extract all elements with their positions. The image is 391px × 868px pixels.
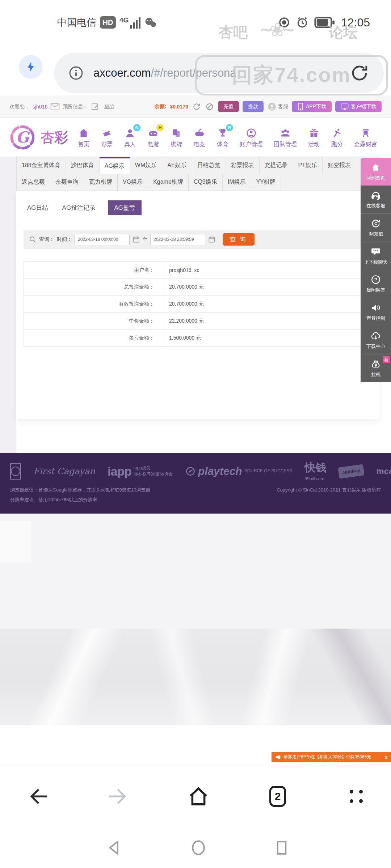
tab-ae[interactable]: AE娱乐	[162, 157, 192, 174]
tab-pt[interactable]: PT娱乐	[293, 157, 323, 174]
copyright: Copyright © SinCai 2010-2021 杏彩娱乐 版权所有	[277, 485, 381, 495]
tab-kgame[interactable]: Kgame棋牌	[148, 174, 189, 191]
footer-notes: 浏览器建议：首选为Google浏览器，其次为火狐和IE9或IE10浏览器 分辨率…	[0, 484, 391, 505]
query-submit-button[interactable]: 查 询	[223, 233, 255, 246]
svg-text:G: G	[16, 128, 30, 146]
menu-dots-icon[interactable]	[350, 790, 363, 803]
tab-switcher-button[interactable]: 2	[269, 786, 286, 807]
subtab-ag-rijie[interactable]: AG日结	[26, 200, 50, 215]
nav-item-paofen[interactable]: 跑分	[331, 127, 343, 148]
browser-home-button[interactable]	[186, 784, 211, 809]
status-bar: 中国电信 HD 4G 12:05	[0, 9, 391, 35]
back-button[interactable]	[27, 784, 51, 808]
tab-yue[interactable]: 余额查询	[50, 174, 84, 191]
tab-cq9[interactable]: CQ9娱乐	[189, 174, 223, 191]
system-home-button[interactable]	[189, 838, 208, 858]
table-row: 盈亏金额： 1,500.0000 元	[24, 330, 372, 347]
sidebar-item-download[interactable]: 下载中心	[361, 326, 391, 354]
system-recents-button[interactable]	[272, 838, 291, 858]
sidebar-item-faq[interactable]: ? 疑问解答	[361, 270, 391, 298]
playtech-logo: playtech SOURCE OF SUCCESS	[185, 465, 292, 477]
tab-caipiao[interactable]: 彩票报表	[226, 157, 260, 174]
nav-item-egames[interactable]: H 电游	[147, 127, 159, 148]
subtab-ag-touzhu[interactable]: AG投注记录	[61, 200, 97, 215]
recharge-button[interactable]: 充值	[218, 101, 239, 112]
sidebar-item-chat[interactable]: 上下级聊天	[361, 242, 391, 270]
sidebar-item-online-service[interactable]: 24 在线客服	[361, 186, 391, 214]
withdraw-button[interactable]: 提款	[243, 101, 264, 112]
tab-fandian[interactable]: 返点总额	[17, 174, 50, 191]
mail-icon[interactable]	[50, 103, 60, 111]
logout-link[interactable]: 退出	[104, 103, 114, 110]
hide-balance-icon[interactable]	[205, 102, 214, 111]
service-avatar-icon	[267, 102, 277, 111]
search-icon	[29, 235, 37, 243]
balance-value: ¥0.0170	[170, 104, 188, 110]
reload-icon[interactable]	[349, 63, 370, 84]
tab-im[interactable]: IM娱乐	[223, 174, 251, 191]
tab-wm[interactable]: WM娱乐	[130, 157, 162, 174]
calendar-icon-from[interactable]	[132, 235, 140, 243]
tab-ag-active[interactable]: AG娱乐	[100, 157, 130, 174]
system-back-button[interactable]	[105, 838, 125, 858]
nav-item-live[interactable]: N 真人	[124, 127, 136, 148]
report-card: AG日结 AG投注记录 AG盈亏 查询： 时间： 至 查 询 用户名： pros…	[16, 191, 379, 419]
url-text[interactable]: axcoer.com/#/report/persona	[93, 67, 236, 80]
nav-item-wealth[interactable]: 金鼎财富	[354, 127, 377, 148]
tab-rijie[interactable]: 日结总览	[192, 157, 226, 174]
network-indicator: 4G	[119, 16, 140, 29]
url-bar[interactable]: axcoer.com/#/report/persona	[54, 53, 384, 93]
headset-24-icon: 24	[370, 190, 381, 201]
site-footer: First Cagayan iapp iapp成员隐私权专家国际协会 playt…	[0, 453, 391, 514]
joinpay-logo: JoinPay	[338, 464, 365, 478]
report-tabs-row2: 返点总额 余额查询 瓦力棋牌 VG娱乐 Kgame棋牌 CQ9娱乐 IM娱乐 Y…	[16, 174, 379, 191]
tab-zhangbian[interactable]: 账变报表	[323, 157, 356, 174]
row-value: 22,200.0000 元	[163, 313, 372, 329]
page-info-icon[interactable]	[68, 65, 84, 81]
sidebar-item-back-home[interactable]: 回到首页	[361, 158, 391, 186]
edit-icon[interactable]	[91, 102, 100, 111]
row-label: 总投注金额：	[24, 279, 163, 295]
nav-item-promotions[interactable]: 活动	[308, 127, 320, 148]
forward-button[interactable]	[105, 784, 129, 808]
person-icon: N	[124, 127, 136, 139]
phone-icon	[297, 103, 304, 111]
row-label: 有效投注金额：	[24, 296, 163, 312]
date-to-input[interactable]	[150, 234, 205, 245]
time-label: 时间：	[57, 236, 72, 243]
site-logo[interactable]: G 杏彩	[7, 122, 68, 153]
tab-yy[interactable]: YY棋牌	[251, 174, 281, 191]
nav-item-lottery[interactable]: 彩票	[101, 127, 113, 148]
sidebar-item-im-recharge[interactable]: C IM充值	[361, 214, 391, 242]
quick-access-button[interactable]	[19, 55, 43, 79]
customer-service-link[interactable]: 客服	[267, 102, 288, 111]
date-from-input[interactable]	[75, 234, 130, 245]
tab-shaba[interactable]: 沙巴体育	[66, 157, 100, 174]
nav-item-account[interactable]: 账户管理	[240, 127, 263, 148]
tab-wali[interactable]: 瓦力棋牌	[84, 174, 118, 191]
notification-text: 恭喜用户6***b在【加拿大30秒】中奖35365元	[283, 754, 381, 760]
table-row: 用户名： prosjh016_xc	[24, 262, 372, 279]
nav-item-team[interactable]: 团队管理	[274, 127, 297, 148]
subtab-ag-yingkui-active[interactable]: AG盈亏	[108, 200, 142, 215]
sidebar-item-guaji[interactable]: 新 ¥ 挂机	[361, 354, 391, 382]
nav-item-sports[interactable]: N 体育	[216, 127, 229, 148]
refresh-balance-icon[interactable]	[192, 102, 201, 111]
ag-subtabs: AG日结 AG投注记录 AG盈亏	[16, 191, 379, 215]
tab-188jinbaobo[interactable]: 188金宝博体育	[17, 157, 66, 174]
nav-item-home[interactable]: 首页	[77, 127, 90, 148]
tab-vg[interactable]: VG娱乐	[118, 174, 148, 191]
first-cagayan-logo: First Cagayan	[33, 466, 95, 476]
nav-item-cards[interactable]: 棋牌	[170, 127, 182, 148]
browser-toolbar: 2	[0, 766, 391, 868]
calendar-icon-to[interactable]	[208, 235, 216, 243]
tab-chongti[interactable]: 充提记录	[260, 157, 293, 174]
winner-notification[interactable]: 恭喜用户6***b在【加拿大30秒】中奖35365元 x	[272, 752, 391, 762]
nav-item-esports[interactable]: 电竞	[193, 127, 206, 148]
sidebar-item-sound[interactable]: 声音控制	[361, 298, 391, 326]
row-label: 盈亏金额：	[24, 330, 163, 346]
close-icon[interactable]: x	[383, 754, 387, 760]
chat-bubble-icon	[370, 246, 381, 257]
client-download-button[interactable]: 客户端下载	[335, 101, 382, 112]
app-download-button[interactable]: APP下载	[292, 101, 332, 112]
